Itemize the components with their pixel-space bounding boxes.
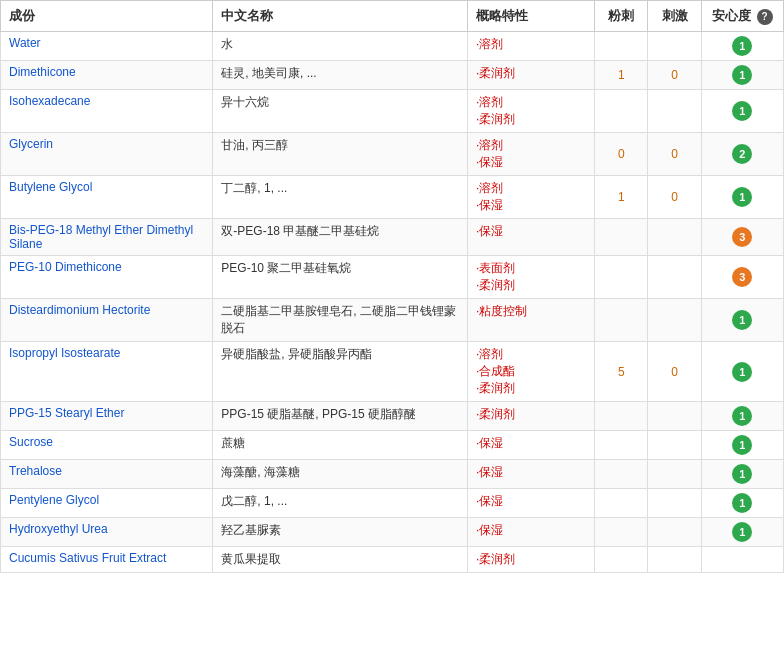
ingredient-name[interactable]: Hydroxyethyl Urea [9,522,108,536]
chinese-name-cell: 戊二醇, 1, ... [213,489,468,518]
header-safety: 安心度 ? [701,1,783,32]
ingredient-name-cell: PEG-10 Dimethicone [1,256,213,299]
header-ingredient: 成份 [1,1,213,32]
ingredient-table: 成份 中文名称 概略特性 粉刺 刺激 安心度 ? Water水·溶剂1Dimet… [0,0,784,573]
powder-cell: 0 [595,133,648,176]
properties-cell: ·表面剂·柔润剂 [468,256,595,299]
table-row: Water水·溶剂1 [1,32,784,61]
ingredient-name[interactable]: Isohexadecane [9,94,90,108]
property-tag: ·柔润剂 [476,65,586,82]
ingredient-name[interactable]: PEG-10 Dimethicone [9,260,122,274]
powder-cell [595,518,648,547]
ingredient-name[interactable]: Dimethicone [9,65,76,79]
powder-cell [595,299,648,342]
safety-help-icon[interactable]: ? [757,9,773,25]
ingredient-name-cell: Glycerin [1,133,213,176]
property-tag: ·表面剂 [476,260,586,277]
properties-cell: ·柔润剂 [468,402,595,431]
irritation-cell [648,256,701,299]
property-tag: ·保湿 [476,464,586,481]
chinese-name-cell: 双-PEG-18 甲基醚二甲基硅烷 [213,219,468,256]
irritation-cell [648,299,701,342]
irritation-cell: 0 [648,61,701,90]
property-tag: ·保湿 [476,197,586,214]
table-row: Cucumis Sativus Fruit Extract黄瓜果提取·柔润剂 [1,547,784,573]
ingredient-name-cell: Isohexadecane [1,90,213,133]
properties-cell: ·溶剂·柔润剂 [468,90,595,133]
ingredient-name-cell: Butylene Glycol [1,176,213,219]
safety-badge: 3 [732,267,752,287]
properties-cell: ·溶剂·保湿 [468,133,595,176]
chinese-name-cell: 甘油, 丙三醇 [213,133,468,176]
safety-cell: 1 [701,342,783,402]
chinese-name-cell: 丁二醇, 1, ... [213,176,468,219]
powder-cell [595,460,648,489]
ingredient-name-cell: Dimethicone [1,61,213,90]
safety-badge: 1 [732,362,752,382]
ingredient-name[interactable]: Sucrose [9,435,53,449]
ingredient-name[interactable]: Water [9,36,41,50]
ingredient-name-cell: Water [1,32,213,61]
irritation-cell [648,90,701,133]
ingredient-name[interactable]: Isopropyl Isostearate [9,346,120,360]
property-tag: ·柔润剂 [476,551,586,568]
ingredient-name[interactable]: PPG-15 Stearyl Ether [9,406,124,420]
table-row: Hydroxyethyl Urea羟乙基脲素·保湿1 [1,518,784,547]
properties-cell: ·溶剂 [468,32,595,61]
ingredient-name-cell: PPG-15 Stearyl Ether [1,402,213,431]
table-row: Isohexadecane异十六烷·溶剂·柔润剂1 [1,90,784,133]
powder-cell [595,32,648,61]
safety-badge: 3 [732,227,752,247]
properties-cell: ·保湿 [468,518,595,547]
table-row: PEG-10 DimethiconePEG-10 聚二甲基硅氧烷·表面剂·柔润剂… [1,256,784,299]
table-row: Sucrose蔗糖·保湿1 [1,431,784,460]
property-tag: ·柔润剂 [476,406,586,423]
property-tag: ·保湿 [476,154,586,171]
properties-cell: ·保湿 [468,219,595,256]
safety-badge: 1 [732,464,752,484]
properties-cell: ·保湿 [468,489,595,518]
header-properties: 概略特性 [468,1,595,32]
property-tag: ·柔润剂 [476,277,586,294]
ingredient-name-cell: Trehalose [1,460,213,489]
chinese-name-cell: 二硬脂基二甲基胺锂皂石, 二硬脂二甲钱锂蒙脱石 [213,299,468,342]
chinese-name-cell: 异硬脂酸盐, 异硬脂酸异丙酯 [213,342,468,402]
irritation-cell [648,219,701,256]
ingredient-name[interactable]: Cucumis Sativus Fruit Extract [9,551,166,565]
ingredient-table-container: 成份 中文名称 概略特性 粉刺 刺激 安心度 ? Water水·溶剂1Dimet… [0,0,784,573]
ingredient-name[interactable]: Bis-PEG-18 Methyl Ether Dimethyl Silane [9,223,193,251]
safety-cell: 1 [701,299,783,342]
ingredient-name-cell: Pentylene Glycol [1,489,213,518]
properties-cell: ·粘度控制 [468,299,595,342]
ingredient-name[interactable]: Butylene Glycol [9,180,92,194]
safety-cell: 3 [701,256,783,299]
ingredient-name[interactable]: Trehalose [9,464,62,478]
properties-cell: ·保湿 [468,431,595,460]
property-tag: ·合成酯 [476,363,586,380]
header-irritation: 刺激 [648,1,701,32]
safety-badge: 1 [732,435,752,455]
properties-cell: ·溶剂·保湿 [468,176,595,219]
property-tag: ·溶剂 [476,36,586,53]
ingredient-name[interactable]: Disteardimonium Hectorite [9,303,150,317]
safety-cell [701,547,783,573]
safety-cell: 1 [701,460,783,489]
property-tag: ·保湿 [476,435,586,452]
ingredient-name[interactable]: Pentylene Glycol [9,493,99,507]
irritation-cell [648,431,701,460]
ingredient-name-cell: Hydroxyethyl Urea [1,518,213,547]
table-row: Pentylene Glycol戊二醇, 1, ...·保湿1 [1,489,784,518]
chinese-name-cell: 黄瓜果提取 [213,547,468,573]
table-row: Isopropyl Isostearate异硬脂酸盐, 异硬脂酸异丙酯·溶剂·合… [1,342,784,402]
irritation-cell: 0 [648,176,701,219]
table-body: Water水·溶剂1Dimethicone硅灵, 地美司康, ...·柔润剂10… [1,32,784,573]
chinese-name-cell: 异十六烷 [213,90,468,133]
ingredient-name[interactable]: Glycerin [9,137,53,151]
property-tag: ·溶剂 [476,94,586,111]
property-tag: ·溶剂 [476,137,586,154]
irritation-cell [648,518,701,547]
table-row: Glycerin甘油, 丙三醇·溶剂·保湿002 [1,133,784,176]
header-chinese: 中文名称 [213,1,468,32]
ingredient-name-cell: Bis-PEG-18 Methyl Ether Dimethyl Silane [1,219,213,256]
irritation-cell [648,489,701,518]
